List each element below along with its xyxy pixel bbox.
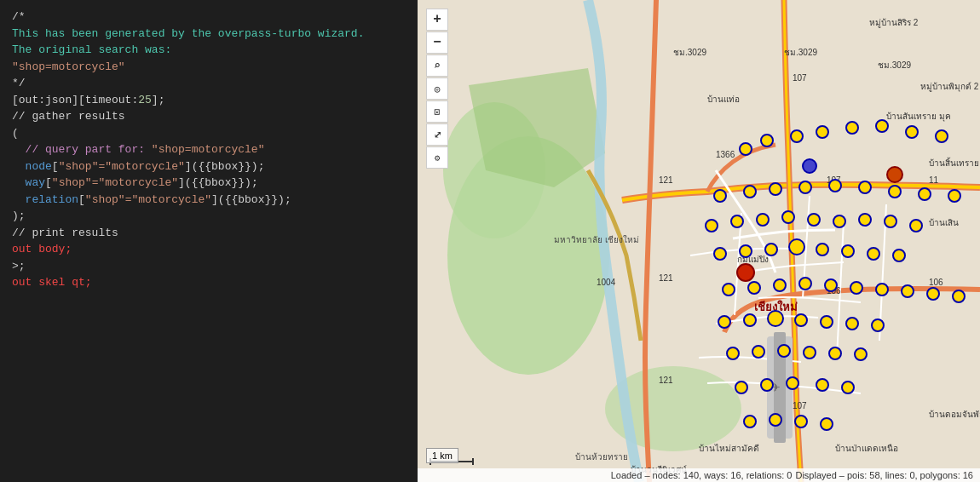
svg-text:121: 121 [659, 273, 673, 283]
code-line: // query part for: "shop=motorcycle" [12, 141, 406, 158]
svg-point-79 [876, 284, 888, 296]
settings-button[interactable]: ⚙ [426, 146, 448, 169]
svg-point-43 [936, 130, 948, 142]
svg-text:บ้านห้วยทราย: บ้านห้วยทราย [575, 452, 628, 462]
svg-point-68 [816, 244, 828, 255]
code-line: The original search was: [12, 42, 406, 59]
svg-point-80 [902, 285, 914, 297]
map-svg: ✈ 107 11 106 121 121 121 106 1366 1004 1… [418, 0, 980, 482]
svg-point-67 [789, 239, 804, 255]
svg-text:บ้านป่าแดดเหนือ: บ้านป่าแดดเหนือ [835, 444, 898, 453]
svg-point-60 [833, 215, 845, 227]
code-line: node["shop"="motorcycle"]({{bbox}}); [12, 158, 406, 175]
map-toolbar: + − ⌕ ◎ ⊡ ⤢ ⚙ [426, 9, 448, 169]
svg-point-100 [842, 382, 854, 393]
svg-text:มหาวิทยาลัย เชียงใหม่: มหาวิทยาลัย เชียงใหม่ [554, 235, 639, 244]
svg-point-46 [744, 186, 756, 198]
loaded-status: Loaded – nodes: 140, ways: 16, relations… [611, 470, 793, 480]
code-line: */ [12, 75, 406, 92]
svg-text:121: 121 [659, 376, 673, 385]
svg-point-63 [910, 220, 922, 232]
svg-text:1366: 1366 [716, 150, 735, 159]
svg-text:บ้านแท่อ: บ้านแท่อ [707, 95, 740, 104]
svg-point-88 [846, 318, 858, 330]
scale-label: 1 km [432, 450, 453, 461]
code-line: out body; [12, 241, 406, 258]
svg-point-48 [799, 181, 811, 193]
svg-text:บ้านดอมจันพัสนา: บ้านดอมจันพัสนา [929, 410, 980, 419]
svg-text:ชม.3029: ชม.3029 [878, 60, 911, 70]
svg-point-65 [740, 245, 752, 257]
svg-point-75 [774, 279, 786, 291]
code-line: // gather results [12, 108, 406, 125]
svg-point-103 [795, 416, 807, 427]
svg-point-104 [821, 418, 833, 430]
svg-point-87 [821, 316, 833, 328]
layers-button[interactable]: ⊡ [426, 100, 448, 123]
svg-point-56 [731, 215, 743, 227]
svg-point-66 [765, 244, 777, 255]
svg-point-94 [829, 347, 841, 359]
svg-point-81 [927, 288, 939, 300]
search-button[interactable]: ⌕ [426, 55, 448, 77]
svg-point-52 [919, 188, 931, 200]
svg-point-89 [872, 319, 884, 331]
svg-text:ชม.3029: ชม.3029 [784, 48, 817, 57]
svg-point-86 [795, 314, 807, 326]
svg-point-95 [855, 348, 867, 360]
svg-point-93 [804, 347, 816, 359]
zoom-out-button[interactable]: − [426, 32, 448, 54]
code-line: ( [12, 125, 406, 142]
svg-point-40 [846, 122, 858, 134]
svg-point-39 [816, 126, 828, 138]
svg-point-45 [714, 190, 726, 202]
code-line: [out:json][timeout:25]; [12, 92, 406, 109]
code-line: // print results [12, 225, 406, 242]
svg-point-91 [752, 346, 764, 358]
svg-point-99 [816, 379, 828, 391]
scale-bar: 1 km [426, 448, 458, 463]
code-line: /* [12, 9, 406, 26]
svg-text:11: 11 [929, 175, 939, 185]
svg-point-59 [808, 214, 820, 226]
map-panel[interactable]: + − ⌕ ◎ ⊡ ⤢ ⚙ [418, 0, 980, 482]
svg-point-78 [850, 282, 862, 294]
svg-text:บ้านสันเทราย มุค: บ้านสันเทราย มุค [886, 112, 951, 122]
svg-text:ชม.3029: ชม.3029 [673, 48, 706, 57]
svg-point-51 [889, 186, 901, 198]
svg-text:บ้านเสิน: บ้านเสิน [929, 218, 959, 227]
svg-text:หมู่บ้านพิมุกต์ 2: หมู่บ้านพิมุกต์ 2 [920, 82, 979, 92]
svg-text:107: 107 [793, 73, 807, 83]
svg-text:1004: 1004 [597, 278, 616, 287]
svg-point-96 [735, 382, 747, 393]
code-line: >; [12, 258, 406, 275]
svg-point-50 [859, 181, 871, 193]
svg-point-64 [714, 248, 726, 260]
svg-point-82 [953, 290, 965, 302]
svg-point-57 [757, 214, 769, 226]
svg-point-42 [906, 126, 918, 138]
svg-point-58 [782, 211, 794, 223]
svg-point-90 [727, 347, 739, 359]
svg-point-97 [761, 379, 773, 391]
svg-point-44 [887, 167, 902, 182]
status-bar: Loaded – nodes: 140, ways: 16, relations… [418, 468, 980, 482]
svg-point-77 [825, 279, 837, 291]
svg-point-49 [829, 180, 841, 192]
svg-point-84 [744, 314, 756, 326]
svg-text:บ้านไหม่สามัคดี: บ้านไหม่สามัคดี [699, 444, 759, 453]
code-line: This has been generated by the overpass-… [12, 26, 406, 43]
svg-text:106: 106 [929, 278, 943, 287]
svg-point-101 [744, 416, 756, 427]
code-line: relation["shop"="motorcycle"]({{bbox}}); [12, 192, 406, 209]
export-button[interactable]: ⤢ [426, 123, 448, 146]
svg-point-72 [737, 264, 754, 281]
code-line: "shop=motorcycle" [12, 59, 406, 76]
code-line: ); [12, 208, 406, 225]
code-line: out skel qt; [12, 274, 406, 291]
svg-point-37 [761, 135, 773, 146]
svg-point-69 [842, 245, 854, 257]
locate-button[interactable]: ◎ [426, 77, 448, 100]
svg-point-41 [876, 120, 888, 132]
zoom-in-button[interactable]: + [426, 9, 448, 31]
